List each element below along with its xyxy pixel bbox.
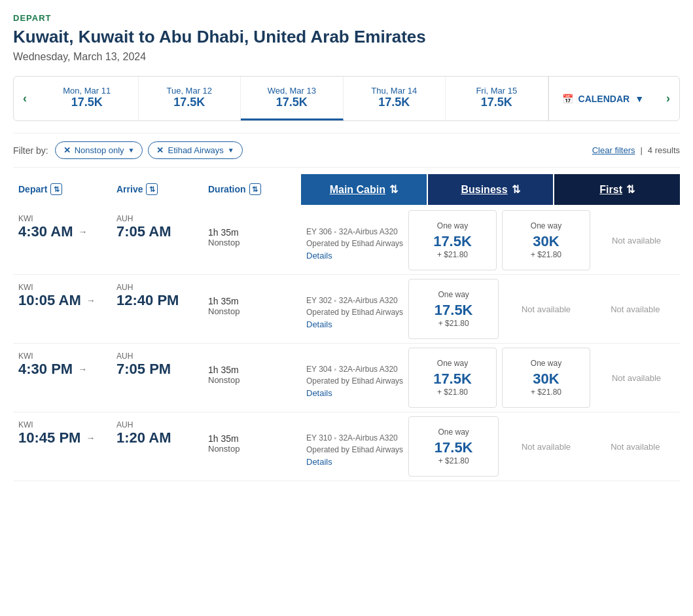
- table-headers: Depart ⇅ Arrive ⇅ Duration ⇅ Main Cabin …: [13, 174, 680, 205]
- cabin-cells-4: One way 17.5K + $21.80 Not available Not…: [406, 412, 680, 480]
- business-cabin-cell-4: Not available: [501, 412, 590, 480]
- page-container: DEPART Kuwait, Kuwait to Abu Dhabi, Unit…: [0, 0, 693, 494]
- main-cabin-cell-2[interactable]: One way 17.5K + $21.80: [408, 279, 499, 339]
- business-cabin-cell-2: Not available: [501, 275, 590, 343]
- cal-date-1[interactable]: Tue, Mar 1217.5K: [139, 77, 241, 120]
- cabin-headers: Main Cabin ⇅ Business ⇅ First ⇅: [301, 174, 680, 205]
- flight-table: KWI 4:30 AM → AUH 7:05 AM 1h 35m Nonstop…: [13, 206, 680, 481]
- depart-label: DEPART: [13, 13, 680, 23]
- first-cabin-header[interactable]: First ⇅: [554, 174, 680, 205]
- arrow-icon-2: →: [86, 295, 96, 306]
- arrive-info-1: AUH 7:05 AM: [111, 206, 203, 274]
- arrive-col-header: Arrive ⇅: [111, 174, 203, 205]
- arrive-sort-button[interactable]: Arrive ⇅: [116, 183, 158, 195]
- separator: |: [640, 145, 642, 155]
- flight-row-4: KWI 10:45 PM → AUH 1:20 AM 1h 35m Nonsto…: [13, 412, 680, 481]
- flight-meta-1: EY 306 ▪ 32A-Airbus A320 Operated by Eti…: [301, 206, 406, 274]
- depart-col-header: Depart ⇅: [13, 174, 111, 205]
- calendar-nav: ‹ Mon, Mar 1117.5KTue, Mar 1217.5KWed, M…: [13, 76, 680, 121]
- duration-info-2: 1h 35m Nonstop: [203, 275, 301, 343]
- depart-info-3: KWI 4:30 PM →: [13, 344, 111, 412]
- depart-info-4: KWI 10:45 PM →: [13, 412, 111, 480]
- cabin-cells-2: One way 17.5K + $21.80 Not available Not…: [406, 275, 680, 343]
- airline-chip-label: Etihad Airways: [168, 145, 223, 155]
- cal-date-4[interactable]: Fri, Mar 1517.5K: [446, 77, 548, 120]
- next-date-button[interactable]: ›: [657, 77, 679, 120]
- details-link-2[interactable]: Details: [306, 319, 332, 329]
- prev-date-button[interactable]: ‹: [14, 77, 36, 120]
- details-link-1[interactable]: Details: [306, 251, 332, 261]
- results-count: 4 results: [648, 145, 680, 155]
- filter-bar: Filter by: ✕ Nonstop only ▼ ✕ Etihad Air…: [13, 133, 680, 168]
- cabin-cells-1: One way 17.5K + $21.80 One way 30K + $21…: [406, 206, 680, 274]
- remove-airline-icon[interactable]: ✕: [156, 145, 164, 155]
- chevron-down-icon: ▼: [635, 94, 644, 104]
- arrow-icon-1: →: [79, 226, 88, 237]
- first-cabin-cell-2: Not available: [591, 275, 680, 343]
- details-link-3[interactable]: Details: [306, 388, 332, 398]
- flight-meta-3: EY 304 ▪ 32A-Airbus A320 Operated by Eti…: [301, 344, 406, 412]
- depart-sort-icon: ⇅: [50, 183, 62, 195]
- duration-info-3: 1h 35m Nonstop: [203, 344, 301, 412]
- date-label: Wednesday, March 13, 2024: [13, 51, 680, 63]
- duration-col-header: Duration ⇅: [203, 174, 301, 205]
- cal-date-0[interactable]: Mon, Mar 1117.5K: [36, 77, 139, 120]
- arrow-icon-4: →: [86, 433, 95, 443]
- nonstop-chip-label: Nonstop only: [75, 145, 124, 155]
- calendar-dates: Mon, Mar 1117.5KTue, Mar 1217.5KWed, Mar…: [36, 77, 548, 120]
- main-cabin-cell-3[interactable]: One way 17.5K + $21.80: [408, 348, 497, 408]
- business-cabin-cell-3[interactable]: One way 30K + $21.80: [502, 348, 590, 408]
- first-sort-icon: ⇅: [626, 183, 635, 196]
- duration-info-4: 1h 35m Nonstop: [203, 412, 301, 480]
- first-cabin-cell-4: Not available: [591, 412, 680, 480]
- business-cabin-header[interactable]: Business ⇅: [428, 174, 554, 205]
- details-link-4[interactable]: Details: [306, 457, 332, 467]
- calendar-button[interactable]: 📅 CALENDAR ▼: [548, 77, 657, 120]
- cal-date-2[interactable]: Wed, Mar 1317.5K: [241, 77, 344, 120]
- depart-info-2: KWI 10:05 AM →: [13, 275, 111, 343]
- main-cabin-header[interactable]: Main Cabin ⇅: [301, 174, 427, 205]
- airline-filter-chip[interactable]: ✕ Etihad Airways ▼: [148, 141, 242, 159]
- arrive-info-2: AUH 12:40 PM: [111, 275, 203, 343]
- route-title: Kuwait, Kuwait to Abu Dhabi, United Arab…: [13, 27, 680, 47]
- main-cabin-cell-4[interactable]: One way 17.5K + $21.80: [408, 416, 499, 477]
- business-sort-icon: ⇅: [512, 183, 520, 196]
- filter-by-label: Filter by:: [13, 145, 48, 156]
- flight-row-3: KWI 4:30 PM → AUH 7:05 PM 1h 35m Nonstop…: [13, 344, 680, 412]
- cabin-cells-3: One way 17.5K + $21.80 One way 30K + $21…: [406, 344, 680, 412]
- depart-sort-button[interactable]: Depart ⇅: [18, 183, 62, 195]
- arrive-info-4: AUH 1:20 AM: [111, 412, 203, 480]
- nonstop-chevron-icon: ▼: [128, 147, 135, 154]
- cal-date-3[interactable]: Thu, Mar 1417.5K: [344, 77, 446, 120]
- calendar-button-label: CALENDAR: [578, 94, 630, 104]
- calendar-icon: 📅: [562, 94, 573, 104]
- arrow-icon-3: →: [78, 364, 87, 374]
- depart-info-1: KWI 4:30 AM →: [13, 206, 111, 274]
- flight-row-1: KWI 4:30 AM → AUH 7:05 AM 1h 35m Nonstop…: [13, 206, 680, 275]
- duration-info-1: 1h 35m Nonstop: [203, 206, 301, 274]
- main-cabin-cell-1[interactable]: One way 17.5K + $21.80: [408, 210, 497, 270]
- arrive-sort-icon: ⇅: [146, 183, 158, 195]
- duration-sort-icon: ⇅: [249, 183, 261, 195]
- main-cabin-sort-icon: ⇅: [389, 183, 398, 196]
- flight-row-2: KWI 10:05 AM → AUH 12:40 PM 1h 35m Nonst…: [13, 275, 680, 344]
- first-cabin-cell-3: Not available: [593, 344, 680, 412]
- business-cabin-cell-1[interactable]: One way 30K + $21.80: [502, 210, 590, 270]
- nonstop-filter-chip[interactable]: ✕ Nonstop only ▼: [55, 141, 143, 159]
- flight-meta-4: EY 310 ▪ 32A-Airbus A320 Operated by Eti…: [301, 412, 406, 480]
- clear-filters-link[interactable]: Clear filters: [592, 145, 635, 155]
- remove-nonstop-icon[interactable]: ✕: [63, 145, 71, 155]
- airline-chevron-icon: ▼: [228, 147, 234, 154]
- flight-meta-2: EY 302 ▪ 32A-Airbus A320 Operated by Eti…: [301, 275, 406, 343]
- first-cabin-cell-1: Not available: [593, 206, 680, 274]
- duration-sort-button[interactable]: Duration ⇅: [208, 183, 261, 195]
- arrive-info-3: AUH 7:05 PM: [111, 344, 203, 412]
- filter-results: Clear filters | 4 results: [592, 145, 680, 155]
